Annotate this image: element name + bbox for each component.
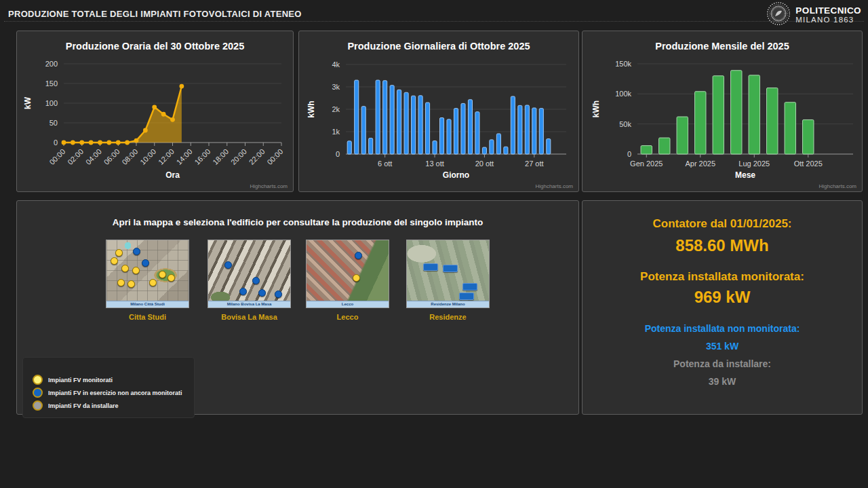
counter-heading: Contatore dal 01/01/2025: [583,217,862,231]
campus-caption: Citta Studi [106,313,189,321]
residence-plant-marker [459,293,474,300]
logo-line1: POLITECNICO [795,5,861,16]
logo-line2: MILANO 1863 [795,16,861,24]
plant-marker [275,290,282,298]
svg-text:14:00: 14:00 [175,147,194,166]
campus-caption: Lecco [306,313,389,321]
monitored-plant-marker [132,267,140,274]
plant-status-legend: Impianti FV monitorati Impianti FV in es… [22,357,195,418]
svg-text:1k: 1k [332,128,340,136]
politecnico-logo: POLITECNICO MILANO 1863 [766,1,861,29]
svg-text:12:00: 12:00 [157,147,176,166]
highcharts-credit[interactable]: Highcharts.com [250,183,288,189]
svg-text:Mese: Mese [735,170,755,180]
svg-text:Ora: Ora [165,170,180,180]
svg-text:150: 150 [45,79,58,88]
to-install-power-value: 39 kW [583,376,862,387]
svg-text:kWh: kWh [591,100,601,117]
monthly-chart-title: Produzione Mensile del 2025 [583,41,862,52]
legend-marker-icon [33,388,43,398]
campus-caption: Bovisa La Masa [208,313,291,321]
map-panel: Apri la mappa e seleziona l'edificio per… [16,200,579,415]
hourly-production-panel: 05010015020000:0002:0004:0006:0008:0010:… [16,31,294,192]
unmonitored-power-heading: Potenza installata non monitorata: [583,323,862,334]
monitored-plant-marker [121,265,129,272]
daily-production-panel: 01k2k3k4k6 ott13 ott20 ott27 ottGiornokW… [298,31,579,192]
svg-text:2k: 2k [332,105,340,113]
plant-marker [252,277,260,284]
legend-item: Impianti FV monitorati [33,373,194,386]
svg-text:04:00: 04:00 [84,147,103,166]
svg-text:20:00: 20:00 [229,147,248,166]
legend-item-label: Impianti FV monitorati [48,377,113,383]
map-panel-title: Apri la mappa e seleziona l'edificio per… [17,217,578,227]
campus-map-link[interactable]: Milano Bovisa La Masa [208,240,291,308]
monitored-plant-marker [353,274,360,282]
monitored-plant-marker [117,279,125,286]
header-divider [4,21,864,22]
svg-text:3k: 3k [332,83,340,91]
svg-text:08:00: 08:00 [120,147,139,166]
monthly-production-chart[interactable]: 050k100k150kGen 2025Apr 2025Lug 2025Ott … [583,31,862,191]
svg-text:kWh: kWh [307,100,316,117]
svg-text:6 ott: 6 ott [378,159,392,168]
highcharts-credit[interactable]: Highcharts.com [535,183,573,189]
svg-text:200: 200 [45,60,58,68]
svg-text:Giorno: Giorno [443,170,469,180]
monitored-power-value: 969 kW [583,288,862,307]
svg-text:Apr 2025: Apr 2025 [685,159,715,168]
plant-marker [133,248,140,255]
svg-text:13 ott: 13 ott [425,159,444,168]
svg-text:100k: 100k [615,90,631,98]
campus-map-link[interactable]: Residenze Milano [406,240,490,308]
thumbnail-strip-label: Residenze Milano [407,301,489,307]
svg-text:00:00: 00:00 [47,147,66,166]
svg-text:4k: 4k [332,60,340,69]
campus-map-link[interactable]: Lecco [306,240,389,308]
campus-thumbnail: Lecco Lecco [306,240,389,321]
legend-item: Impianti FV da installare [33,399,194,412]
plant-marker [142,259,149,267]
legend-marker-icon [33,375,43,385]
svg-text:Gen 2025: Gen 2025 [630,159,663,168]
svg-text:02:00: 02:00 [66,147,85,166]
svg-text:00:00: 00:00 [265,147,284,166]
counter-value: 858.60 MWh [583,236,862,255]
thumbnail-strip-label: Milano Città Studi [106,301,189,307]
page-title: PRODUZIONE TOTALE DEGLI IMPIANTI FOTOVOL… [8,9,302,19]
campus-thumbnails-row: Milano Città Studi Citta Studi Milano Bo… [17,240,578,328]
svg-text:50: 50 [50,119,58,127]
campus-caption: Residenze [406,313,490,321]
monitored-plant-marker [149,279,157,286]
monthly-production-panel: 050k100k150kGen 2025Apr 2025Lug 2025Ott … [582,31,863,192]
svg-text:0: 0 [627,150,631,158]
thumbnail-strip-label: Milano Bovisa La Masa [208,301,290,307]
campus-map-link[interactable]: Milano Città Studi [106,240,189,308]
svg-text:Ott 2025: Ott 2025 [794,159,823,168]
residence-plant-marker [462,283,477,290]
svg-text:16:00: 16:00 [193,147,212,166]
hourly-production-chart[interactable]: 05010015020000:0002:0004:0006:0008:0010:… [17,31,293,191]
svg-text:Lug 2025: Lug 2025 [738,159,770,168]
thumbnail-strip-label: Lecco [307,301,389,307]
monitored-plant-marker [115,249,123,257]
monitored-plant-marker [111,257,118,265]
unmonitored-power-value: 351 kW [583,341,862,352]
daily-production-chart[interactable]: 01k2k3k4k6 ott13 ott20 ott27 ottGiornokW… [299,31,578,191]
svg-text:22:00: 22:00 [248,147,267,166]
politecnico-seal-icon [766,1,791,29]
legend-item-label: Impianti FV da installare [48,402,119,409]
plant-marker [239,288,247,295]
campus-thumbnail: Residenze Milano Residenze [406,240,490,321]
svg-text:10:00: 10:00 [138,147,157,166]
svg-text:18:00: 18:00 [211,147,230,166]
hourly-chart-title: Produzione Oraria del 30 Ottobre 2025 [17,41,293,52]
svg-text:100: 100 [45,99,58,107]
plant-marker [258,289,266,297]
legend-marker-icon [33,400,43,411]
to-install-power-heading: Potenza da installare: [583,358,862,369]
plant-marker [224,261,232,269]
highcharts-credit[interactable]: Highcharts.com [818,183,856,189]
campus-thumbnail: Milano Bovisa La Masa Bovisa La Masa [208,240,291,321]
daily-chart-title: Produzione Giornaliera di Ottobre 2025 [299,41,578,52]
